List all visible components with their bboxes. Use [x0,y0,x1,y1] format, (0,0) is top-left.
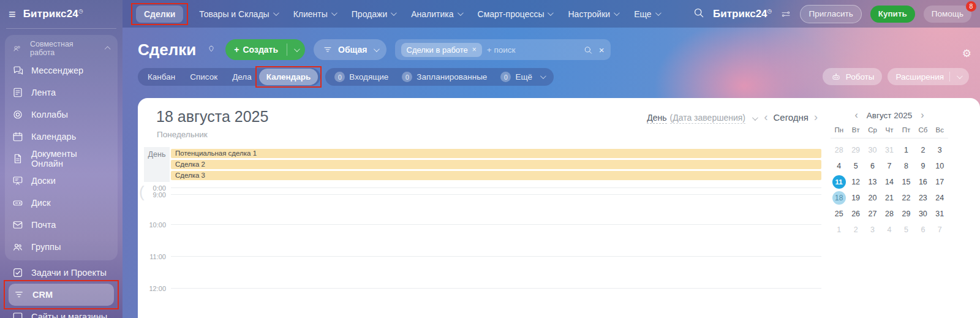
minical-day[interactable]: 29 [898,206,914,222]
time-label: 9:00 [141,191,166,199]
minical-day[interactable]: 5 [847,158,864,174]
minical-day[interactable]: 30 [864,142,881,158]
nav-item-deals[interactable]: Сделки [136,6,183,23]
minical-day[interactable]: 6 [864,158,881,174]
sidebar-item-calendar[interactable]: Календарь [5,126,118,148]
minical-day[interactable]: 20 [864,190,881,206]
minical-day[interactable]: 22 [898,190,914,206]
next-month-button[interactable]: › [921,110,924,120]
minical-day[interactable]: 4 [831,158,847,174]
nav-item-smart-processes[interactable]: Смарт-процессы [478,9,552,19]
sliders-icon[interactable] [780,9,791,19]
counter-tab-group: 0Входящие 0Запланированные 0Ещё [325,68,554,86]
counter-incoming[interactable]: 0Входящие [328,72,395,82]
sidebar-item-feed[interactable]: Лента [5,81,118,104]
today-navigation: ‹ Сегодня › [764,112,818,123]
minical-day[interactable]: 4 [881,222,897,238]
minical-day[interactable]: 17 [932,174,948,190]
nav-item-analytics[interactable]: Аналитика [411,9,461,19]
minical-day[interactable]: 13 [864,174,881,190]
prev-day-button[interactable]: ‹ [764,112,768,123]
tab-list[interactable]: Список [183,68,225,86]
gear-icon[interactable]: ⚙ [962,47,971,60]
pin-icon[interactable] [206,45,217,55]
counter-more[interactable]: 0Ещё [494,72,551,82]
nav-item-settings[interactable]: Настройки [568,9,618,19]
nav-item-more[interactable]: Еще [634,9,660,19]
minical-day[interactable]: 30 [914,206,931,222]
search-icon[interactable] [693,7,704,21]
minical-day[interactable]: 16 [914,174,931,190]
minical-day[interactable]: 3 [932,142,948,158]
sidebar-item-messenger[interactable]: Мессенджер [5,59,118,81]
view-filter-button[interactable]: Общая [314,39,386,60]
minical-day[interactable]: 2 [847,222,864,238]
minical-day[interactable]: 7 [932,222,948,238]
minical-day[interactable]: 3 [864,222,881,238]
minical-day[interactable]: 28 [831,142,847,158]
filter-chip[interactable]: Сделки в работе × [401,43,482,57]
sidebar-item-docs-online[interactable]: Документы Онлайн [5,148,118,170]
create-button[interactable]: +Создать [225,39,305,60]
sidebar-group-collab[interactable]: Совместная работа [5,37,118,59]
prev-month-button[interactable]: ‹ [854,110,858,120]
sidebar-item-sites[interactable]: Сайты и магазины [5,306,118,318]
sidebar-item-drive[interactable]: Диск [5,192,118,214]
chip-close-icon[interactable]: × [472,45,477,54]
minical-day[interactable]: 2 [914,142,931,158]
minical-day[interactable]: 14 [881,174,897,190]
today-button[interactable]: Сегодня [774,112,809,123]
robots-button[interactable]: Роботы [823,68,883,85]
sidebar-item-boards[interactable]: Доски [5,170,118,192]
minical-day[interactable]: 23 [914,190,931,206]
minical-day[interactable]: 28 [881,206,897,222]
filter-search-field[interactable]: Сделки в работе × + поиск × [395,39,611,60]
minical-day[interactable]: 19 [847,190,864,206]
buy-button[interactable]: Купить [870,6,915,23]
deal-event[interactable]: Потенциальная сделка 1 [171,149,821,158]
minical-day[interactable]: 24 [932,190,948,206]
sidebar-item-crm[interactable]: CRM [9,284,114,306]
minical-day[interactable]: 26 [847,206,864,222]
view-mode-switch[interactable]: День (Дата завершения) [647,113,756,124]
minical-day[interactable]: 1 [831,222,847,238]
minical-day[interactable]: 18 [831,190,847,206]
create-dropdown-button[interactable] [287,48,305,52]
invite-button[interactable]: Пригласить [800,5,861,23]
minical-day[interactable]: 7 [881,158,897,174]
deal-event[interactable]: Сделка 3 [171,171,821,180]
tab-calendar[interactable]: Календарь [259,69,318,85]
minical-day[interactable]: 27 [864,206,881,222]
next-day-button[interactable]: › [814,112,818,123]
tab-activities[interactable]: Дела [225,68,259,86]
extensions-button[interactable]: Расширения [888,68,969,85]
nav-item-sales[interactable]: Продажи [352,9,395,19]
minical-day[interactable]: 29 [847,142,864,158]
minical-day[interactable]: 15 [898,174,914,190]
nav-item-products[interactable]: Товары и Склады [199,9,277,19]
sidebar-item-tasks[interactable]: Задачи и Проекты [5,262,118,284]
minical-day[interactable]: 12 [847,174,864,190]
search-icon[interactable] [582,45,594,55]
sidebar-item-groups[interactable]: Группы [5,236,118,258]
minical-day[interactable]: 10 [932,158,948,174]
minical-day[interactable]: 8 [898,158,914,174]
counter-planned[interactable]: 0Запланированные [395,72,494,82]
minical-day[interactable]: 31 [881,142,897,158]
minical-day[interactable]: 25 [831,206,847,222]
deal-event[interactable]: Сделка 2 [171,160,821,169]
nav-item-clients[interactable]: Клиенты [293,9,336,19]
help-button[interactable]: Помощь 8 [924,6,971,23]
minical-day[interactable]: 9 [914,158,931,174]
minical-day[interactable]: 31 [932,206,948,222]
minical-day[interactable]: 21 [881,190,897,206]
menu-toggle-icon[interactable]: ≡ [9,7,16,21]
clear-search-icon[interactable]: × [599,45,605,55]
sidebar-item-collabs[interactable]: Коллабы [5,104,118,126]
minical-day[interactable]: 5 [898,222,914,238]
minical-day[interactable]: 11 [831,174,847,190]
minical-day[interactable]: 1 [898,142,914,158]
tab-kanban[interactable]: Канбан [140,68,183,86]
minical-day[interactable]: 6 [914,222,931,238]
sidebar-item-mail[interactable]: Почта [5,214,118,236]
